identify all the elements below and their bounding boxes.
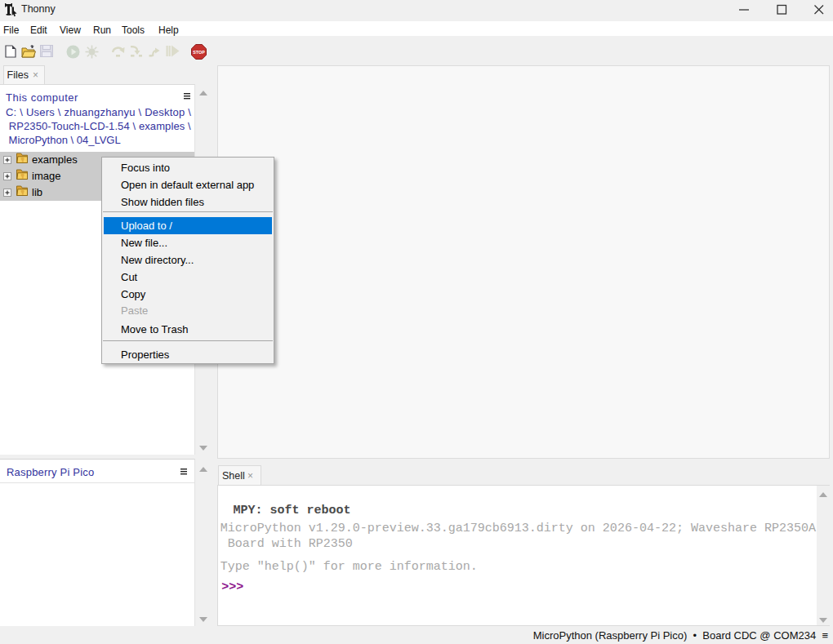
svg-text:STOP: STOP — [193, 50, 205, 55]
